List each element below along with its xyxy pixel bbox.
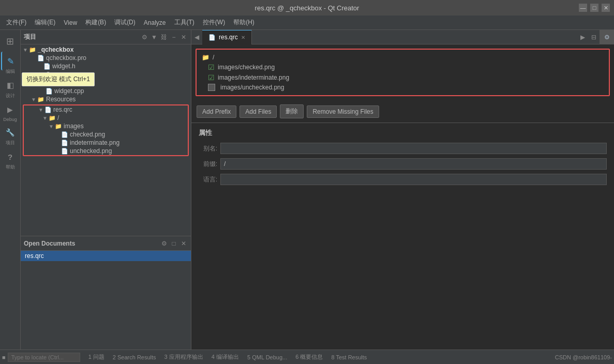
tree-item-res-qrc[interactable]: ▼ 📄 res.qrc bbox=[24, 105, 188, 114]
menu-view[interactable]: View bbox=[59, 18, 81, 27]
resource-editor: 📁 / ☑ images/checked.png ☑ images/indete… bbox=[191, 44, 614, 350]
bottom-tab-compile[interactable]: 4 编译输出 bbox=[207, 350, 243, 364]
unchecked-png-label: unchecked.png bbox=[70, 147, 112, 155]
open-docs-filter-icon[interactable]: ⚙ bbox=[160, 239, 168, 248]
menu-tools[interactable]: 工具(T) bbox=[170, 17, 199, 28]
design-icon: ◧ bbox=[7, 81, 14, 90]
menu-build[interactable]: 构建(B) bbox=[81, 17, 110, 28]
tree-root[interactable]: ▼ 📁 _qcheckbox bbox=[21, 46, 191, 54]
minimize-button[interactable]: — bbox=[579, 4, 587, 12]
tree-item-checked-png[interactable]: 📄 checked.png bbox=[24, 130, 188, 139]
help-icon: ? bbox=[8, 153, 12, 161]
tree-item-resources[interactable]: ▼ 📁 Resources bbox=[21, 95, 191, 103]
remove-missing-files-button[interactable]: Remove Missing Files bbox=[307, 105, 379, 118]
widget-cpp-label: widget.cpp bbox=[54, 87, 84, 95]
activity-design[interactable]: ◧ bbox=[1, 76, 20, 95]
png-file-icon2: 📄 bbox=[61, 140, 68, 146]
tab-res-qrc[interactable]: 📄 res.qrc ✕ bbox=[202, 30, 252, 44]
open-docs-list: res.qrc bbox=[21, 251, 191, 300]
images-label: images bbox=[64, 123, 84, 130]
activity-debug[interactable]: ▶ bbox=[1, 100, 20, 119]
panel-tools: ⚙ ▼ ⛓ − ✕ bbox=[140, 33, 188, 41]
menu-edit[interactable]: 编辑(E) bbox=[31, 17, 59, 28]
resource-properties: 属性 别名: 前缀: 语言: bbox=[191, 123, 614, 194]
resource-file-list: 📁 / ☑ images/checked.png ☑ images/indete… bbox=[196, 49, 610, 96]
title-bar: res.qrc @ _qcheckbox - Qt Creator — □ ✕ bbox=[0, 0, 614, 16]
resource-toolbar: Add Prefix Add Files 删除 Remove Missing F… bbox=[191, 100, 614, 123]
bottom-tab-test[interactable]: 8 Test Results bbox=[327, 350, 371, 364]
png-file-icon3: 📄 bbox=[61, 148, 68, 155]
filter-icon2[interactable]: ▼ bbox=[150, 33, 158, 41]
bottom-square-icon: ■ bbox=[2, 354, 6, 360]
activity-project[interactable]: 🔧 bbox=[1, 123, 20, 142]
activity-help[interactable]: ? bbox=[1, 147, 20, 166]
close-button[interactable]: ✕ bbox=[602, 4, 610, 12]
tooltip-text: 切换到欢迎 模式 Ctrl+1 bbox=[26, 75, 90, 83]
debug-run-icon: ▶ bbox=[7, 105, 13, 114]
title-text: res.qrc @ _qcheckbox - Qt Creator bbox=[255, 4, 360, 12]
bottom-tab-overview[interactable]: 6 概要信息 bbox=[291, 350, 327, 364]
checked-png-label: checked.png bbox=[70, 131, 105, 138]
unchecked-file-path: images/unchecked.png bbox=[220, 84, 284, 91]
res-file-checked[interactable]: ☑ images/checked.png bbox=[200, 62, 606, 72]
alias-input[interactable] bbox=[220, 143, 607, 154]
lang-input[interactable] bbox=[220, 174, 607, 185]
menu-analyze[interactable]: Analyze bbox=[140, 18, 170, 27]
activity-welcome[interactable]: ⊞ bbox=[1, 32, 20, 51]
activity-edit[interactable]: ✎ bbox=[1, 52, 20, 70]
add-prefix-button[interactable]: Add Prefix bbox=[197, 105, 236, 118]
open-doc-res-qrc[interactable]: res.qrc bbox=[21, 251, 191, 261]
root-arrow: ▼ bbox=[23, 47, 29, 53]
collapse-icon[interactable]: − bbox=[170, 33, 178, 41]
alias-label: 别名: bbox=[199, 144, 217, 153]
tree-item-unchecked-png[interactable]: 📄 unchecked.png bbox=[24, 147, 188, 155]
tab-close-button[interactable]: ✕ bbox=[241, 35, 245, 40]
tree-item-slash[interactable]: ▼ 📁 / bbox=[24, 114, 188, 122]
open-docs-close-icon[interactable]: ✕ bbox=[179, 239, 188, 248]
editor-area: ◀ 📄 res.qrc ✕ ▶ ⊟ ⚙ 📁 / ☑ im bbox=[191, 30, 614, 350]
maximize-button[interactable]: □ bbox=[590, 4, 598, 12]
link-icon[interactable]: ⛓ bbox=[160, 33, 168, 41]
locate-input[interactable] bbox=[8, 353, 80, 362]
pro-label: qcheckbox.pro bbox=[46, 54, 86, 62]
menu-debug[interactable]: 调试(D) bbox=[110, 17, 140, 28]
tree-highlight-region: ▼ 📄 res.qrc ▼ 📁 / ▼ 📁 images bbox=[23, 104, 189, 156]
tab-nav-left[interactable]: ◀ bbox=[191, 34, 202, 41]
menu-help[interactable]: 帮助(H) bbox=[229, 17, 259, 28]
bottom-tab-qml-debug[interactable]: 5 QML Debug... bbox=[243, 350, 291, 364]
tab-nav-right[interactable]: ▶ bbox=[577, 34, 588, 41]
lang-row: 语言: bbox=[199, 174, 607, 185]
window-controls: — □ ✕ bbox=[579, 4, 610, 12]
tree-item-widget-cpp[interactable]: 📄 widget.cpp bbox=[21, 87, 191, 95]
menu-file[interactable]: 文件(F) bbox=[2, 17, 31, 28]
delete-button[interactable]: 删除 bbox=[280, 104, 304, 118]
close-panel-icon[interactable]: ✕ bbox=[179, 33, 188, 41]
tree-item-pro[interactable]: 📄 qcheckbox.pro bbox=[21, 54, 191, 62]
open-docs-tools: ⚙ □ ✕ bbox=[160, 239, 188, 248]
res-file-unchecked[interactable]: ■ images/unchecked.png bbox=[200, 83, 606, 92]
menu-controls[interactable]: 控件(W) bbox=[199, 17, 229, 28]
tooltip: 切换到欢迎 模式 Ctrl+1 bbox=[22, 72, 95, 86]
split-icon[interactable]: ⊟ bbox=[588, 34, 600, 41]
bottom-tab-app-output[interactable]: 3 应用程序输出 bbox=[160, 350, 207, 364]
slash-label: / bbox=[57, 114, 59, 122]
design-label: 设计 bbox=[6, 93, 15, 99]
project-label: 项目 bbox=[6, 140, 15, 146]
open-docs-expand-icon[interactable]: □ bbox=[170, 239, 178, 248]
tree-item-widget-h[interactable]: 📄 widget.h bbox=[21, 62, 191, 70]
project-panel-header: 项目 ⚙ ▼ ⛓ − ✕ bbox=[21, 30, 191, 44]
images-folder-icon: 📁 bbox=[55, 123, 62, 130]
add-files-button[interactable]: Add Files bbox=[239, 105, 277, 118]
tab-options-icon[interactable]: ⚙ bbox=[600, 30, 614, 44]
bottom-tab-search[interactable]: 2 Search Results bbox=[109, 350, 160, 364]
path-header-label: / bbox=[213, 54, 214, 61]
tree-item-indeterminate-png[interactable]: 📄 indeterminate.png bbox=[24, 139, 188, 147]
bottom-tab-problems[interactable]: 1 问题 bbox=[84, 350, 109, 364]
res-file-indeterminate[interactable]: ☑ images/indeterminate.png bbox=[200, 72, 606, 83]
cpp-file-icon2: 📄 bbox=[46, 88, 53, 95]
menu-bar: 文件(F) 编辑(E) View 构建(B) 调试(D) Analyze 工具(… bbox=[0, 16, 614, 30]
tree-item-images[interactable]: ▼ 📁 images bbox=[24, 122, 188, 130]
filter-icon[interactable]: ⚙ bbox=[140, 33, 148, 41]
properties-title: 属性 bbox=[199, 128, 607, 138]
prefix-input[interactable] bbox=[220, 158, 607, 170]
